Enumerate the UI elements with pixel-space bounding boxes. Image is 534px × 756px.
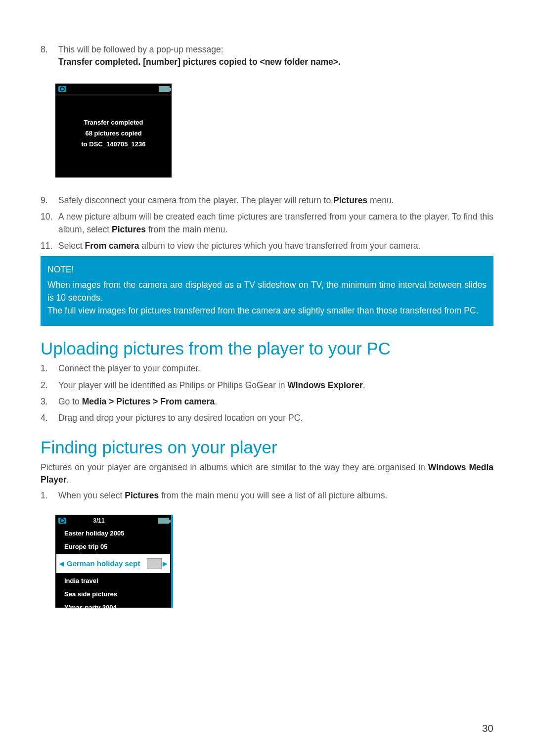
step-text: Go to Media > Pictures > From camera. [58,396,493,408]
note-paragraph: When images from the camera are displaye… [47,278,487,305]
step-text: This will be followed by a pop-up messag… [58,44,493,69]
arrow-left-icon: ◀ [59,560,64,567]
step-sub-bold: Transfer completed. [number] pictures co… [58,57,341,67]
step-text: Drag and drop your pictures to any desir… [58,412,493,424]
device-screenshot-albums: 3/11 Easter holiday 2005Europe trip 05◀G… [55,515,173,608]
step-text: A new picture album will be created each… [58,211,493,236]
step-number: 1. [41,362,58,375]
album-counter: 3/11 [93,517,104,524]
page-number: 30 [482,722,493,734]
note-paragraph: The full view images for pictures transf… [47,304,487,317]
note-title: NOTE! [47,263,487,276]
note-box: NOTE! When images from the camera are di… [41,256,493,326]
step-text: Connect the player to your computer. [58,362,493,375]
album-item: ◀German holiday sept▶ [56,554,170,573]
msg-line-3: to DSC_140705_1236 [55,139,172,150]
step-number: 11. [41,240,58,252]
arrow-right-icon: ▶ [163,560,167,567]
battery-icon [159,86,170,92]
camera-icon [58,86,66,92]
device-screenshot-transfer: Transfer completed 68 pictures copied to… [55,84,172,178]
album-item: Sea side pictures [55,587,171,601]
device-status-bar [55,84,172,95]
album-item: X'mas party 2004 [55,601,171,614]
step-number: 2. [41,379,58,392]
step-number: 9. [41,194,58,207]
camera-icon [58,518,66,524]
step-line: This will be followed by a pop-up messag… [58,44,223,54]
device-message: Transfer completed 68 pictures copied to… [55,117,172,150]
step-number: 4. [41,412,58,424]
section-heading-uploading: Uploading pictures from the player to yo… [41,339,493,358]
step-number: 10. [41,211,58,236]
step-number: 1. [41,489,58,502]
step-number: 8. [41,44,58,69]
section-heading-finding: Finding pictures on your player [41,438,493,457]
album-list: Easter holiday 2005Europe trip 05◀German… [55,527,171,614]
album-item: India travel [55,574,171,587]
step-text: Safely disconnect your camera from the p… [58,194,493,207]
msg-line-2: 68 pictures copied [55,128,172,139]
msg-line-1: Transfer completed [55,117,172,128]
album-item: Easter holiday 2005 [55,527,171,540]
device-status-bar: 3/11 [55,515,171,527]
step-text: Select From camera album to view the pic… [58,240,493,252]
battery-icon [158,518,169,524]
album-thumbnail [147,558,162,569]
album-label: German holiday sept [67,559,140,568]
album-item: Europe trip 05 [55,540,171,553]
step-number: 3. [41,396,58,408]
finding-intro: Pictures on your player are organised in… [41,461,493,487]
step-text: Your player will be identified as Philip… [58,379,493,392]
step-text: When you select Pictures from the main m… [58,489,493,502]
